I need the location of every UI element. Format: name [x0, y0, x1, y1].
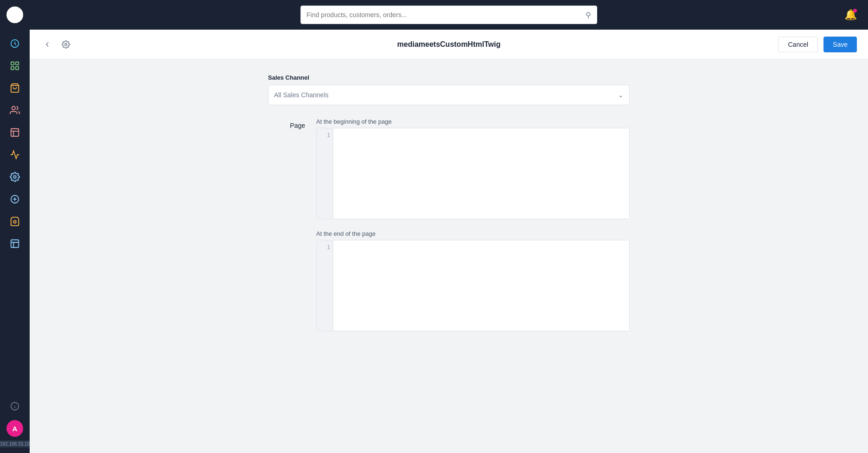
editor-bottom-label: At the end of the page — [316, 230, 630, 237]
svg-point-6 — [12, 107, 15, 110]
editor-top-textarea[interactable] — [333, 128, 629, 219]
settings-button[interactable] — [59, 38, 72, 51]
svg-rect-7 — [11, 129, 19, 137]
editor-bottom-textarea[interactable] — [333, 240, 629, 331]
sidebar-item-info[interactable] — [4, 396, 26, 416]
topbar-right: 🔔 — [844, 9, 857, 21]
svg-point-14 — [13, 220, 16, 223]
notification-dot — [853, 9, 857, 13]
save-button[interactable]: Save — [823, 37, 857, 52]
sidebar-item-orders[interactable] — [4, 78, 26, 98]
sidebar-item-dashboard[interactable] — [4, 33, 26, 54]
sales-channel-select[interactable]: All Sales Channels ⌄ — [268, 85, 630, 105]
sales-channel-value: All Sales Channels — [274, 91, 329, 99]
sales-channel-label: Sales Channel — [268, 74, 630, 81]
svg-point-10 — [13, 176, 16, 178]
subheader-actions: Cancel Save — [778, 37, 857, 52]
sidebar-item-customers[interactable] — [4, 100, 26, 120]
editor-bottom[interactable]: 1 — [316, 240, 630, 331]
back-button[interactable] — [41, 38, 54, 51]
sidebar-item-marketing[interactable] — [4, 145, 26, 165]
notification-bell[interactable]: 🔔 — [844, 9, 857, 21]
user-avatar[interactable]: A — [6, 420, 23, 437]
svg-rect-3 — [11, 67, 14, 69]
logo-area[interactable] — [0, 0, 30, 30]
page-label: Page — [268, 118, 305, 129]
sidebar-item-content[interactable] — [4, 122, 26, 143]
sidebar-item-store[interactable] — [4, 211, 26, 232]
cancel-button[interactable]: Cancel — [778, 37, 818, 52]
editor-bottom-section: At the end of the page 1 — [316, 230, 630, 331]
editor-top-inner: 1 — [317, 128, 629, 219]
svg-rect-2 — [16, 62, 19, 65]
svg-point-19 — [65, 43, 67, 45]
main-wrapper: ⚲ 🔔 mediameetsCustomHtmlTwig Cancel Save — [30, 0, 868, 453]
line-numbers-bottom: 1 — [317, 240, 333, 331]
sidebar-bottom: A 192.168.33.10 — [0, 396, 32, 453]
svg-rect-4 — [16, 67, 19, 69]
sidebar-nav — [0, 30, 30, 396]
sidebar-item-catalog[interactable] — [4, 56, 26, 76]
sidebar-item-extensions[interactable] — [4, 189, 26, 209]
line-number-1: 1 — [319, 132, 330, 138]
sidebar-item-reports[interactable] — [4, 233, 26, 254]
search-icon: ⚲ — [586, 11, 591, 19]
page-title: mediameetsCustomHtmlTwig — [397, 40, 501, 49]
logo — [6, 6, 23, 23]
svg-rect-1 — [11, 62, 14, 65]
subheader: mediameetsCustomHtmlTwig Cancel Save — [30, 30, 868, 59]
search-box[interactable]: ⚲ — [300, 6, 597, 24]
sidebar: A 192.168.33.10 — [0, 0, 30, 453]
editor-top-section: At the beginning of the page 1 — [316, 118, 630, 219]
page-row: Page At the beginning of the page 1 — [268, 118, 630, 342]
subheader-left — [41, 38, 72, 51]
chevron-down-icon: ⌄ — [618, 91, 624, 99]
search-input[interactable] — [306, 11, 582, 19]
editor-bottom-inner: 1 — [317, 240, 629, 331]
topbar: ⚲ 🔔 — [30, 0, 868, 30]
form-section: Sales Channel All Sales Channels ⌄ Page … — [268, 74, 630, 342]
ip-address-badge: 192.168.33.10 — [0, 440, 32, 447]
svg-rect-15 — [11, 240, 19, 248]
line-number-1-bottom: 1 — [319, 244, 330, 251]
editor-top[interactable]: 1 — [316, 128, 630, 219]
line-numbers-top: 1 — [317, 128, 333, 219]
page-editors: At the beginning of the page 1 — [316, 118, 630, 342]
content-area: Sales Channel All Sales Channels ⌄ Page … — [30, 59, 868, 453]
editor-top-label: At the beginning of the page — [316, 118, 630, 125]
sidebar-item-settings[interactable] — [4, 167, 26, 187]
